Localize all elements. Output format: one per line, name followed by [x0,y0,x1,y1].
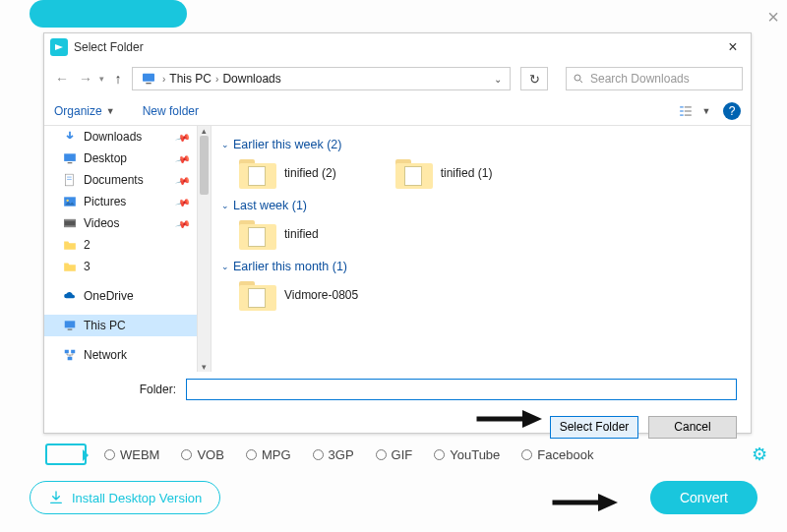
sidebar-item-network[interactable]: Network [44,344,211,366]
folder-name: tinified [284,227,319,241]
select-folder-button[interactable]: Select Folder [550,416,638,439]
svg-point-16 [67,200,69,202]
convert-button[interactable]: Convert [650,481,757,514]
scroll-up-icon[interactable]: ▴ [198,126,211,136]
network-icon [62,347,78,363]
svg-rect-1 [146,83,151,84]
folder-name: Vidmore-0805 [284,288,358,302]
annotation-arrow-icon [551,489,620,516]
organize-caret-icon: ▼ [106,106,115,116]
address-bar[interactable]: › This PC › Downloads ⌄ [132,67,511,90]
sidebar-item-documents[interactable]: Documents 📌 [44,169,211,191]
sidebar-item-label: OneDrive [84,289,134,303]
folder-input[interactable] [186,379,737,400]
sidebar-item-label: Downloads [84,130,142,144]
svg-rect-20 [65,321,76,327]
pin-icon: 📌 [175,150,191,166]
file-pane: ⌄Earlier this week (2) tinified (2) tini… [212,126,751,372]
breadcrumb-root[interactable]: This PC [169,72,212,86]
nav-up-icon[interactable]: ↑ [108,69,128,89]
app-close-icon[interactable]: × [767,6,779,29]
video-output-icon[interactable] [45,443,87,465]
svg-rect-18 [64,219,76,221]
new-folder-button[interactable]: New folder [143,104,199,118]
organize-menu[interactable]: Organize▼ [54,104,115,118]
group-header[interactable]: ⌄Earlier this month (1) [221,260,741,273]
scroll-thumb[interactable] [200,136,209,195]
radio-icon [434,449,445,460]
format-option-vob[interactable]: VOB [181,447,223,462]
thispc-icon [62,318,78,333]
svg-point-2 [575,75,580,81]
radio-icon [376,449,387,460]
folder-item[interactable]: tinified (2) [239,157,336,189]
format-settings-icon[interactable]: ⚙ [752,443,767,465]
svg-rect-4 [680,106,684,107]
sidebar-item-label: Documents [84,173,144,187]
svg-rect-22 [65,350,69,354]
format-option-mpg[interactable]: MPG [246,447,291,462]
folder-input-row: Folder: [44,372,751,407]
format-label: 3GP [329,447,354,462]
help-button[interactable]: ? [723,102,741,120]
format-option-facebook[interactable]: Facebook [521,447,593,462]
folder-name: tinified (2) [284,166,336,180]
sidebar-item-two[interactable]: 2 [44,234,211,256]
chevron-down-icon: ⌄ [221,201,229,210]
format-option-gif[interactable]: GIF [376,447,413,462]
address-dropdown-icon[interactable]: ⌄ [494,74,506,85]
bottom-action-row: Install Desktop Version Convert [30,477,757,518]
sidebar-item-label: Pictures [84,195,126,208]
sidebar-item-three[interactable]: 3 [44,256,211,277]
svg-rect-10 [64,153,76,161]
pin-icon: 📌 [175,129,191,145]
folder-item[interactable]: tinified [239,218,319,250]
format-option-youtube[interactable]: YouTube [434,447,500,462]
view-mode-drop-icon[interactable]: ▼ [699,100,713,122]
svg-rect-12 [65,174,73,186]
refresh-button[interactable]: ↻ [520,67,548,90]
svg-rect-0 [143,74,154,82]
radio-icon [246,449,257,460]
folder-item[interactable]: Vidmore-0805 [239,279,358,311]
format-label: WEBM [120,447,159,462]
svg-rect-21 [68,329,73,330]
select-folder-dialog: Select Folder × ← → ▾ ↑ › This PC › Down… [43,32,752,434]
cancel-button[interactable]: Cancel [648,416,737,439]
group-row: tinified [239,218,741,250]
svg-rect-23 [71,350,75,354]
install-desktop-button[interactable]: Install Desktop Version [30,481,220,514]
svg-rect-9 [685,114,692,115]
svg-rect-5 [685,106,692,107]
radio-icon [521,449,532,460]
format-option-3gp[interactable]: 3GP [313,447,354,462]
sidebar-item-downloads[interactable]: Downloads 📌 [44,126,211,148]
nav-forward-icon[interactable]: → [76,69,95,89]
radio-icon [181,449,192,460]
svg-rect-6 [680,110,684,111]
nav-back-icon[interactable]: ← [52,69,72,89]
breadcrumb-child[interactable]: Downloads [222,72,280,86]
group-title: Earlier this week (2) [233,138,341,151]
group-header[interactable]: ⌄Last week (1) [221,199,741,212]
scroll-down-icon[interactable]: ▾ [198,362,211,372]
sidebar-item-pictures[interactable]: Pictures 📌 [44,191,211,212]
sidebar-item-videos[interactable]: Videos 📌 [44,212,211,234]
folder-item[interactable]: tinified (1) [395,157,493,189]
pin-icon: 📌 [175,215,191,231]
sidebar-scrollbar[interactable]: ▴ ▾ [197,126,211,372]
sidebar-item-onedrive[interactable]: OneDrive [44,285,211,307]
view-mode-button[interactable] [672,100,699,122]
format-label: YouTube [450,447,500,462]
dialog-body: Downloads 📌 Desktop 📌 Documents 📌 Pictur… [44,126,751,372]
search-input[interactable]: Search Downloads [566,67,743,90]
nav-history-drop-icon[interactable]: ▾ [99,74,104,84]
format-option-webm[interactable]: WEBM [104,447,159,462]
dialog-close-icon[interactable]: × [721,38,745,56]
radio-icon [313,449,324,460]
group-header[interactable]: ⌄Earlier this week (2) [221,138,741,151]
sidebar-item-desktop[interactable]: Desktop 📌 [44,148,211,169]
sidebar-item-label: Desktop [84,151,127,165]
sidebar-item-thispc[interactable]: This PC [44,315,211,336]
svg-marker-28 [598,494,618,511]
